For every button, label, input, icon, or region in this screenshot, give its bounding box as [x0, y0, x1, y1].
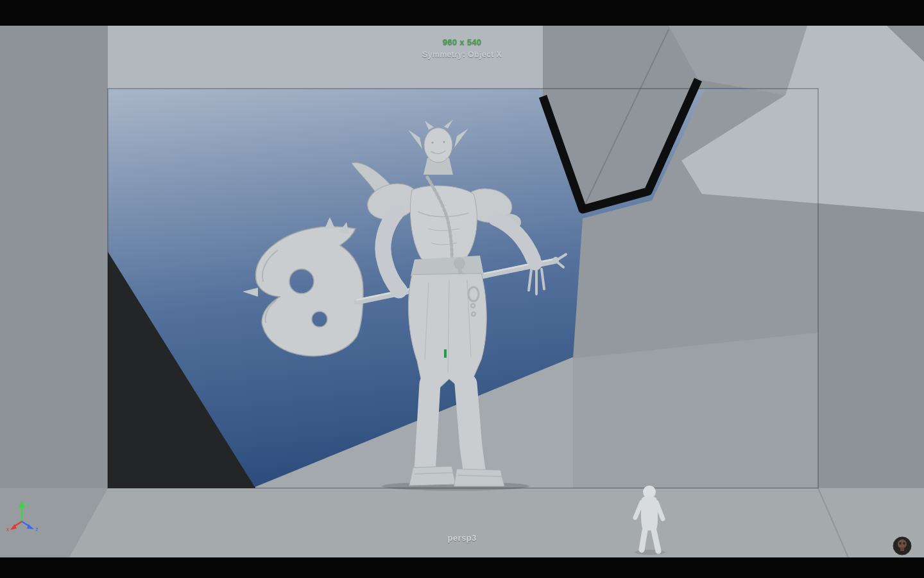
- logo-emblem: [898, 539, 907, 548]
- axis-y-arrow: [19, 501, 25, 508]
- left-hand: [393, 283, 407, 297]
- foreground-floor: [0, 488, 924, 557]
- letterbox-top: [0, 0, 924, 26]
- right-leg: [466, 384, 475, 474]
- skirt: [408, 274, 486, 389]
- left-boot: [409, 466, 456, 486]
- watermark-logo[interactable]: [892, 536, 912, 556]
- axis-z-label: z: [35, 526, 38, 532]
- torso: [410, 186, 477, 264]
- left-leg: [425, 384, 430, 473]
- axis-gizmo: y x z: [6, 498, 40, 532]
- logo-detail-left: [899, 542, 902, 545]
- right-hand: [528, 256, 542, 270]
- maya-viewport[interactable]: 960 x 540 Symmetry: Object X persp3 y x …: [0, 26, 924, 557]
- logo-detail-jaw: [900, 547, 904, 551]
- ceiling-plane: [108, 26, 562, 89]
- axis-y-label: y: [26, 501, 30, 507]
- axis-x-label: x: [6, 526, 10, 532]
- letterbox-bottom: [0, 557, 924, 578]
- right-boot: [454, 469, 504, 486]
- selection-highlight: [444, 349, 447, 358]
- scene-render: [0, 26, 924, 557]
- video-frame: 960 x 540 Symmetry: Object X persp3 y x …: [0, 0, 924, 578]
- logo-detail-right: [903, 542, 905, 545]
- right-wall-lower: [573, 333, 818, 488]
